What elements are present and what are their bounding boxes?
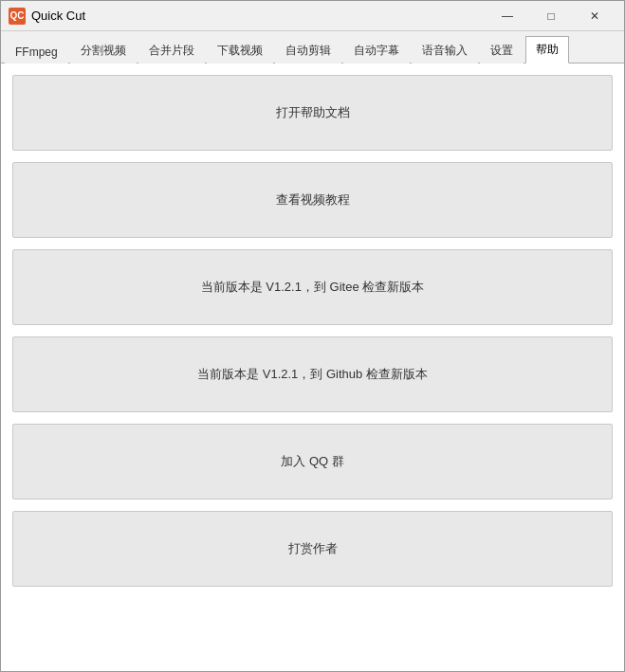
tab-help[interactable]: 帮助 (525, 36, 569, 64)
tab-auto-subtitle[interactable]: 自动字幕 (343, 37, 410, 64)
help-button-open-docs[interactable]: 打开帮助文档 (12, 75, 613, 151)
tab-voice-input[interactable]: 语音输入 (412, 37, 478, 64)
window-controls: — □ ✕ (486, 1, 616, 31)
help-button-watch-tutorial[interactable]: 查看视频教程 (12, 162, 613, 238)
main-window: QC Quick Cut — □ ✕ FFmpeg分割视频合并片段下载视频自动剪… (0, 0, 625, 672)
app-icon: QC (9, 8, 26, 25)
close-button[interactable]: ✕ (573, 1, 616, 31)
help-button-tip-author[interactable]: 打赏作者 (12, 511, 613, 587)
tab-settings[interactable]: 设置 (480, 37, 524, 64)
help-button-join-qq[interactable]: 加入 QQ 群 (12, 424, 613, 499)
tab-bar: FFmpeg分割视频合并片段下载视频自动剪辑自动字幕语音输入设置帮助 (1, 31, 624, 64)
help-button-check-gitee[interactable]: 当前版本是 V1.2.1，到 Gitee 检查新版本 (12, 249, 613, 325)
maximize-button[interactable]: □ (529, 1, 573, 31)
tab-auto-edit[interactable]: 自动剪辑 (275, 37, 341, 64)
tab-download[interactable]: 下载视频 (207, 37, 273, 64)
tab-split[interactable]: 分割视频 (70, 37, 137, 64)
tab-ffmpeg[interactable]: FFmpeg (5, 40, 68, 64)
minimize-button[interactable]: — (486, 1, 529, 31)
help-content: 打开帮助文档查看视频教程当前版本是 V1.2.1，到 Gitee 检查新版本当前… (1, 64, 624, 671)
tab-merge[interactable]: 合并片段 (138, 37, 205, 64)
title-bar: QC Quick Cut — □ ✕ (1, 1, 624, 31)
help-button-check-github[interactable]: 当前版本是 V1.2.1，到 Github 检查新版本 (12, 336, 613, 412)
window-title: Quick Cut (31, 9, 486, 23)
